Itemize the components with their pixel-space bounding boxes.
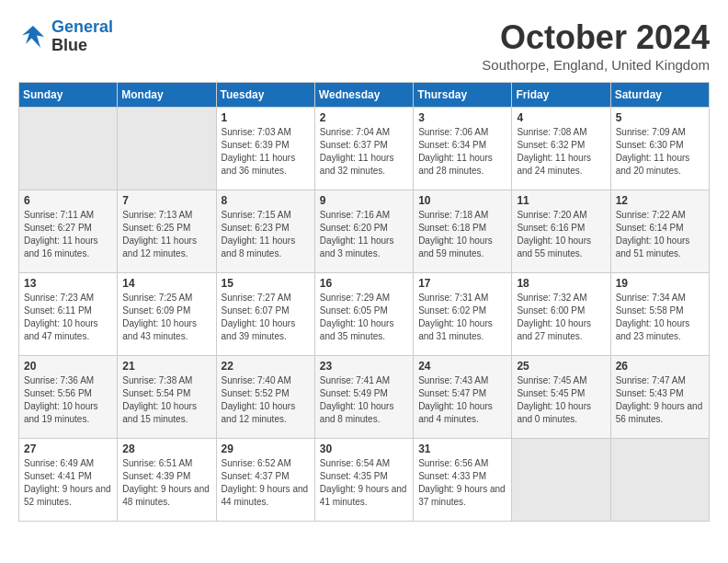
day-number: 1 — [222, 111, 310, 124]
day-number: 2 — [320, 111, 408, 124]
day-number: 10 — [418, 194, 506, 207]
page-header: General Blue October 2024 Southorpe, Eng… — [18, 18, 710, 73]
day-number: 17 — [418, 277, 506, 290]
calendar-cell: 29Sunrise: 6:52 AM Sunset: 4:37 PM Dayli… — [216, 439, 314, 522]
calendar-cell: 15Sunrise: 7:27 AM Sunset: 6:07 PM Dayli… — [216, 273, 314, 356]
calendar-cell — [512, 439, 610, 522]
calendar-header-row: SundayMondayTuesdayWednesdayThursdayFrid… — [19, 83, 710, 108]
day-info: Sunrise: 7:08 AM Sunset: 6:32 PM Dayligh… — [517, 126, 605, 178]
day-number: 9 — [320, 194, 408, 207]
calendar-cell: 14Sunrise: 7:25 AM Sunset: 6:09 PM Dayli… — [118, 273, 216, 356]
day-info: Sunrise: 7:16 AM Sunset: 6:20 PM Dayligh… — [320, 209, 408, 260]
day-info: Sunrise: 7:23 AM Sunset: 6:11 PM Dayligh… — [24, 292, 112, 343]
calendar-cell: 1Sunrise: 7:03 AM Sunset: 6:39 PM Daylig… — [216, 108, 314, 190]
calendar-cell: 27Sunrise: 6:49 AM Sunset: 4:41 PM Dayli… — [19, 439, 118, 522]
calendar-cell: 28Sunrise: 6:51 AM Sunset: 4:39 PM Dayli… — [118, 439, 216, 522]
calendar-week-row: 6Sunrise: 7:11 AM Sunset: 6:27 PM Daylig… — [19, 190, 710, 273]
day-header-wednesday: Wednesday — [314, 83, 413, 108]
calendar-cell: 21Sunrise: 7:38 AM Sunset: 5:54 PM Dayli… — [118, 356, 216, 439]
day-info: Sunrise: 7:03 AM Sunset: 6:39 PM Dayligh… — [222, 126, 310, 178]
calendar-cell: 13Sunrise: 7:23 AM Sunset: 6:11 PM Dayli… — [19, 273, 118, 356]
calendar-cell: 9Sunrise: 7:16 AM Sunset: 6:20 PM Daylig… — [314, 190, 413, 273]
day-info: Sunrise: 7:43 AM Sunset: 5:47 PM Dayligh… — [418, 374, 506, 426]
day-info: Sunrise: 7:06 AM Sunset: 6:34 PM Dayligh… — [418, 126, 506, 178]
calendar-cell: 26Sunrise: 7:47 AM Sunset: 5:43 PM Dayli… — [610, 356, 709, 439]
day-info: Sunrise: 7:34 AM Sunset: 5:58 PM Dayligh… — [616, 292, 704, 343]
calendar-cell: 30Sunrise: 6:54 AM Sunset: 4:35 PM Dayli… — [314, 439, 413, 522]
day-info: Sunrise: 7:11 AM Sunset: 6:27 PM Dayligh… — [24, 209, 112, 260]
day-number: 11 — [517, 194, 605, 207]
day-info: Sunrise: 7:31 AM Sunset: 6:02 PM Dayligh… — [418, 292, 506, 343]
day-number: 31 — [418, 442, 506, 455]
day-header-friday: Friday — [512, 83, 610, 108]
calendar-week-row: 20Sunrise: 7:36 AM Sunset: 5:56 PM Dayli… — [19, 356, 710, 439]
day-number: 28 — [122, 442, 210, 455]
calendar-cell: 3Sunrise: 7:06 AM Sunset: 6:34 PM Daylig… — [414, 108, 512, 190]
calendar-cell: 6Sunrise: 7:11 AM Sunset: 6:27 PM Daylig… — [19, 190, 118, 273]
day-header-tuesday: Tuesday — [216, 83, 314, 108]
day-header-thursday: Thursday — [414, 83, 512, 108]
location: Southorpe, England, United Kingdom — [482, 57, 710, 73]
day-number: 12 — [616, 194, 704, 207]
day-header-saturday: Saturday — [610, 83, 709, 108]
calendar-cell: 2Sunrise: 7:04 AM Sunset: 6:37 PM Daylig… — [314, 108, 413, 190]
calendar-cell: 10Sunrise: 7:18 AM Sunset: 6:18 PM Dayli… — [414, 190, 512, 273]
day-number: 5 — [616, 111, 704, 124]
day-number: 27 — [24, 442, 112, 455]
day-info: Sunrise: 7:29 AM Sunset: 6:05 PM Dayligh… — [320, 292, 408, 343]
day-info: Sunrise: 7:20 AM Sunset: 6:16 PM Dayligh… — [517, 209, 605, 260]
calendar-cell: 18Sunrise: 7:32 AM Sunset: 6:00 PM Dayli… — [512, 273, 610, 356]
day-header-monday: Monday — [118, 83, 216, 108]
day-number: 21 — [122, 360, 210, 373]
calendar-week-row: 13Sunrise: 7:23 AM Sunset: 6:11 PM Dayli… — [19, 273, 710, 356]
calendar-cell: 23Sunrise: 7:41 AM Sunset: 5:49 PM Dayli… — [314, 356, 413, 439]
day-number: 24 — [418, 360, 506, 373]
day-info: Sunrise: 7:13 AM Sunset: 6:25 PM Dayligh… — [122, 209, 210, 260]
day-info: Sunrise: 7:47 AM Sunset: 5:43 PM Dayligh… — [616, 374, 704, 426]
day-info: Sunrise: 7:32 AM Sunset: 6:00 PM Dayligh… — [517, 292, 605, 343]
day-number: 22 — [222, 360, 310, 373]
day-number: 30 — [320, 442, 408, 455]
svg-marker-0 — [22, 26, 44, 48]
calendar-cell: 19Sunrise: 7:34 AM Sunset: 5:58 PM Dayli… — [610, 273, 709, 356]
day-header-sunday: Sunday — [19, 83, 118, 108]
calendar-week-row: 27Sunrise: 6:49 AM Sunset: 4:41 PM Dayli… — [19, 439, 710, 522]
day-info: Sunrise: 7:27 AM Sunset: 6:07 PM Dayligh… — [222, 292, 310, 343]
day-info: Sunrise: 7:38 AM Sunset: 5:54 PM Dayligh… — [122, 374, 210, 426]
day-number: 7 — [122, 194, 210, 207]
day-info: Sunrise: 7:40 AM Sunset: 5:52 PM Dayligh… — [222, 374, 310, 426]
day-number: 18 — [517, 277, 605, 290]
logo-icon — [18, 22, 48, 52]
day-info: Sunrise: 7:15 AM Sunset: 6:23 PM Dayligh… — [222, 209, 310, 260]
calendar-cell: 5Sunrise: 7:09 AM Sunset: 6:30 PM Daylig… — [610, 108, 709, 190]
calendar-cell: 16Sunrise: 7:29 AM Sunset: 6:05 PM Dayli… — [314, 273, 413, 356]
day-number: 6 — [24, 194, 112, 207]
day-number: 19 — [616, 277, 704, 290]
day-info: Sunrise: 7:36 AM Sunset: 5:56 PM Dayligh… — [24, 374, 112, 426]
month-title: October 2024 — [482, 18, 710, 57]
logo-text: General Blue — [51, 18, 113, 55]
day-info: Sunrise: 7:25 AM Sunset: 6:09 PM Dayligh… — [122, 292, 210, 343]
calendar-cell: 24Sunrise: 7:43 AM Sunset: 5:47 PM Dayli… — [414, 356, 512, 439]
calendar-cell: 31Sunrise: 6:56 AM Sunset: 4:33 PM Dayli… — [414, 439, 512, 522]
day-number: 29 — [222, 442, 310, 455]
calendar-cell: 22Sunrise: 7:40 AM Sunset: 5:52 PM Dayli… — [216, 356, 314, 439]
day-info: Sunrise: 7:09 AM Sunset: 6:30 PM Dayligh… — [616, 126, 704, 178]
day-number: 26 — [616, 360, 704, 373]
day-number: 25 — [517, 360, 605, 373]
day-info: Sunrise: 6:49 AM Sunset: 4:41 PM Dayligh… — [24, 457, 112, 509]
day-info: Sunrise: 6:52 AM Sunset: 4:37 PM Dayligh… — [222, 457, 310, 509]
day-number: 20 — [24, 360, 112, 373]
day-info: Sunrise: 7:18 AM Sunset: 6:18 PM Dayligh… — [418, 209, 506, 260]
day-info: Sunrise: 7:45 AM Sunset: 5:45 PM Dayligh… — [517, 374, 605, 426]
title-block: October 2024 Southorpe, England, United … — [482, 18, 710, 73]
day-number: 4 — [517, 111, 605, 124]
day-info: Sunrise: 7:04 AM Sunset: 6:37 PM Dayligh… — [320, 126, 408, 178]
logo: General Blue — [18, 18, 113, 55]
calendar-cell: 11Sunrise: 7:20 AM Sunset: 6:16 PM Dayli… — [512, 190, 610, 273]
day-info: Sunrise: 7:41 AM Sunset: 5:49 PM Dayligh… — [320, 374, 408, 426]
calendar-table: SundayMondayTuesdayWednesdayThursdayFrid… — [18, 82, 710, 522]
day-number: 8 — [222, 194, 310, 207]
calendar-week-row: 1Sunrise: 7:03 AM Sunset: 6:39 PM Daylig… — [19, 108, 710, 190]
day-number: 15 — [222, 277, 310, 290]
